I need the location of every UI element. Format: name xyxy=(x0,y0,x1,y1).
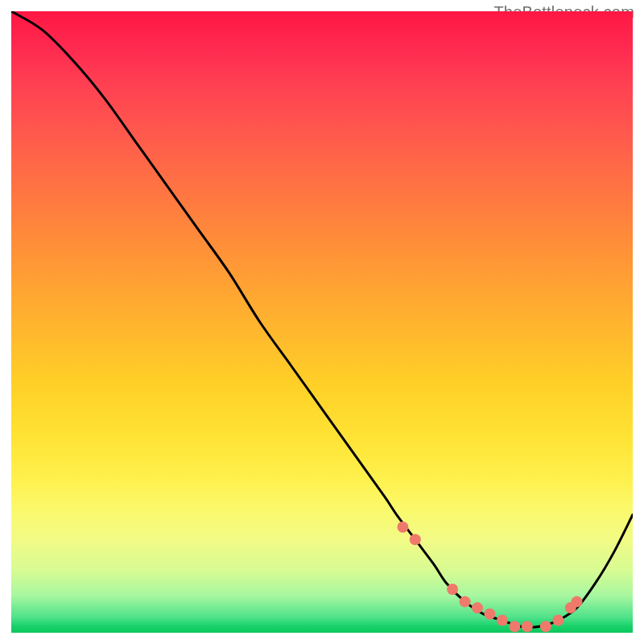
bottleneck-chart: TheBottleneck.com xyxy=(0,0,644,644)
highlight-dot xyxy=(572,596,583,607)
highlight-dot xyxy=(460,596,471,607)
highlight-dot xyxy=(484,609,495,620)
highlight-dot xyxy=(522,621,533,632)
highlight-dot xyxy=(472,602,483,613)
highlight-dot xyxy=(497,615,508,626)
highlight-dots-group xyxy=(397,522,582,633)
highlight-dot xyxy=(397,522,408,533)
highlight-dot xyxy=(552,615,564,626)
highlight-dot xyxy=(540,621,551,632)
highlight-dot xyxy=(410,534,421,545)
plot-area xyxy=(11,11,633,633)
highlight-dot xyxy=(509,621,520,632)
bottleneck-curve-path xyxy=(11,11,633,627)
curve-layer xyxy=(11,11,633,633)
highlight-dot xyxy=(447,584,458,595)
